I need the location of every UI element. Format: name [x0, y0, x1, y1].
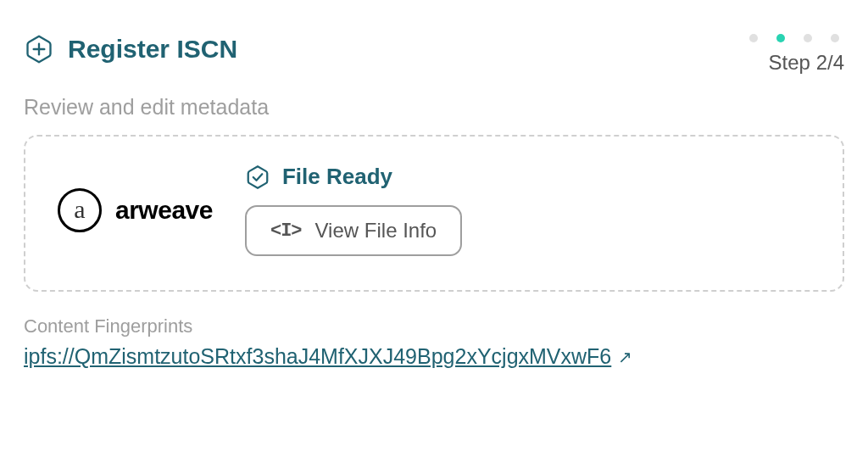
check-hex-icon [245, 165, 270, 190]
step-dot-4 [831, 34, 839, 42]
code-icon: <I> [270, 220, 302, 242]
file-box: a arweave File Ready <I> View File Info [24, 135, 844, 292]
step-dot-2 [776, 34, 785, 42]
plus-hex-icon [24, 34, 54, 64]
step-dot-3 [804, 34, 812, 42]
page-title: Register ISCN [68, 35, 237, 64]
stepper: Step 2/4 [749, 34, 844, 75]
step-label: Step 2/4 [769, 51, 844, 75]
file-ready-column: File Ready <I> View File Info [245, 164, 462, 256]
arweave-icon: a [58, 188, 102, 232]
file-ready-row: File Ready [245, 164, 392, 190]
header-left: Register ISCN [24, 34, 237, 64]
arweave-logo: a arweave [58, 188, 213, 232]
step-dot-1 [749, 34, 758, 42]
fingerprint-link[interactable]: ipfs://QmZismtzutoSRtxf3shaJ4MfXJXJ49Bpg… [24, 344, 611, 369]
arweave-logo-text: arweave [115, 196, 213, 225]
view-file-button[interactable]: <I> View File Info [245, 205, 462, 256]
step-dots [749, 34, 844, 42]
subtitle: Review and edit metadata [24, 95, 844, 120]
file-ready-label: File Ready [282, 164, 392, 190]
view-file-label: View File Info [315, 219, 437, 243]
header: Register ISCN Step 2/4 [24, 34, 844, 75]
fingerprint-link-row: ipfs://QmZismtzutoSRtxf3shaJ4MfXJXJ49Bpg… [24, 344, 844, 369]
fingerprints-label: Content Fingerprints [24, 315, 844, 337]
external-link-icon: ↗ [618, 347, 632, 367]
